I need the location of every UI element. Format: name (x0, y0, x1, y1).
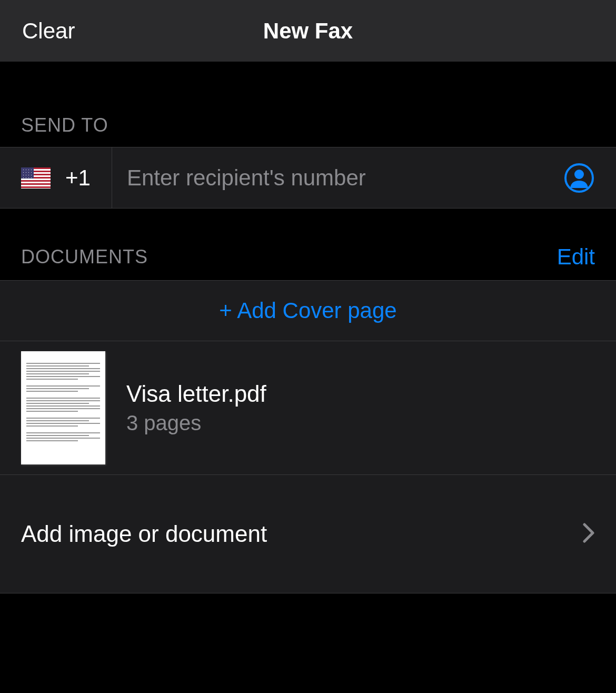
document-thumbnail (21, 351, 105, 464)
document-info: Visa letter.pdf 3 pages (126, 381, 266, 435)
pick-contact-button[interactable] (563, 162, 595, 194)
add-cover-label: + Add Cover page (219, 298, 396, 323)
documents-label: DOCUMENTS (21, 246, 148, 268)
send-to-label: SEND TO (0, 114, 616, 136)
edit-button[interactable]: Edit (557, 244, 595, 270)
page-title: New Fax (263, 18, 353, 44)
documents-header: DOCUMENTS Edit (0, 209, 616, 280)
chevron-right-icon (582, 522, 595, 546)
header-bar: Clear New Fax (0, 0, 616, 62)
send-to-section: SEND TO (0, 62, 616, 147)
recipient-row: +1 (0, 147, 616, 209)
document-pages: 3 pages (126, 411, 266, 435)
dial-code: +1 (65, 165, 91, 191)
recipient-number-input[interactable] (112, 147, 563, 208)
us-flag-icon (21, 167, 51, 189)
add-cover-page-button[interactable]: + Add Cover page (0, 280, 616, 341)
add-doc-label: Add image or document (21, 521, 267, 547)
clear-button[interactable]: Clear (22, 18, 75, 44)
add-image-or-document-button[interactable]: Add image or document (0, 475, 616, 593)
country-code-selector[interactable]: +1 (0, 147, 112, 208)
contact-icon (564, 163, 594, 193)
svg-point-1 (574, 170, 584, 179)
document-name: Visa letter.pdf (126, 381, 266, 407)
document-item[interactable]: Visa letter.pdf 3 pages (0, 341, 616, 475)
